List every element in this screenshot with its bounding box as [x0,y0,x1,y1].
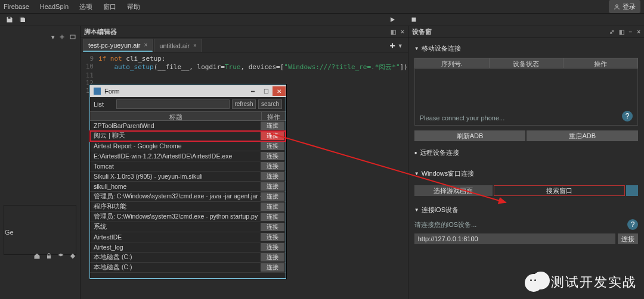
svg-rect-1 [8,17,11,19]
connect-button[interactable]: 连接 [261,162,284,170]
section-remote[interactable]: ● 远程设备连接 [414,146,638,160]
connect-button[interactable]: 连接 [261,233,284,241]
connect-button[interactable]: 连接 [261,172,284,180]
dropdown-icon[interactable]: ▾ [51,33,55,41]
list-label: List [94,101,114,108]
section-mobile[interactable]: ▼ 移动设备连接 [414,42,638,55]
list-item[interactable]: 本地磁盘 (C:) 连接 [90,263,286,273]
panel-dock-icon[interactable]: ◧ [391,29,396,35]
list-item-title: Tomcat [90,163,261,170]
section-mobile-label: 移动设备连接 [422,44,461,53]
save-icon[interactable] [6,16,13,23]
connect-button[interactable]: 连接 [261,213,284,221]
refresh-adb-button[interactable]: 刷新ADB [414,130,526,141]
maximize-icon[interactable]: ☐ [259,86,273,96]
play-icon[interactable] [389,16,396,23]
connect-button[interactable]: 连接 [261,203,284,211]
save-all-icon[interactable] [19,16,26,23]
connect-button[interactable]: 连接 [261,253,284,261]
watermark: 测试开发实战 [525,272,637,293]
panel-expand-icon[interactable]: ⤢ [609,29,614,35]
list-item[interactable]: ZPToolBarParentWnd 连接 [90,121,286,131]
svg-rect-2 [412,18,416,22]
stop-icon[interactable] [410,16,417,23]
section-windows[interactable]: ▼ Windows窗口连接 [414,167,638,180]
list-item-title: AirtestIDE [90,233,261,241]
list-item[interactable]: 程序和功能 连接 [90,202,286,212]
section-windows-label: Windows窗口连接 [422,169,475,178]
menu-headspin[interactable]: HeadSpin [40,3,69,10]
close-icon[interactable]: ✕ [273,86,286,96]
connect-button[interactable]: 连接 [261,142,284,150]
list-item[interactable]: 本地磁盘 (C:) 连接 [90,253,286,263]
list-item[interactable]: 管理员: C:\Windows\system32\cmd.exe - pytho… [90,212,286,222]
list-item[interactable]: 管理员: C:\Windows\system32\cmd.exe - java … [90,192,286,202]
refresh-button[interactable]: refresh [232,99,256,109]
list-item[interactable]: Airtest Report - Google Chrome 连接 [90,141,286,151]
dialog-titlebar[interactable]: Form ━ ☐ ✕ [90,85,286,97]
menu-options[interactable]: 选项 [79,2,92,11]
tab-untitled[interactable]: untitled.air × [154,39,202,52]
ios-hint: 请连接您的iOS设备... [414,220,624,229]
connect-button[interactable]: 连接 [261,243,284,251]
connect-button[interactable]: 连接 [261,122,284,130]
mobile-table-header: 序列号. 设备状态 操作 [414,58,638,68]
list-item-title: 本地磁盘 (C:) [90,253,261,261]
panel-close-icon[interactable]: × [401,29,404,35]
search-window-button[interactable]: 搜索窗口 [494,185,625,196]
layers-icon[interactable] [57,253,64,260]
ios-connect-button[interactable]: 连接 [618,233,638,244]
tab-test-pc-yueyun[interactable]: test-pc-yueyun.air × [83,39,153,52]
menu-window[interactable]: 窗口 [103,2,116,11]
add-icon[interactable] [58,33,66,41]
panel-close-icon[interactable]: × [637,29,640,35]
connect-button[interactable]: 连接 [261,182,284,191]
chevron-down-icon: ▼ [414,46,419,51]
connect-button[interactable]: 连接 [261,223,284,231]
select-game-button[interactable]: 选择游戏画面 [414,185,493,196]
tab-menu-icon[interactable]: ▼ [398,43,403,51]
connect-button[interactable]: 连接 [261,152,284,160]
menu-firebase[interactable]: Firebase [4,3,29,10]
list-item[interactable]: AirtestIDE 连接 [90,232,286,242]
device-panel-title: 设备窗 [412,27,432,36]
diamond-icon[interactable] [69,253,76,260]
wechat-icon [525,272,546,293]
list-item-title: ZPToolBarParentWnd [90,122,261,129]
list-item[interactable]: Sikuli X-1.0rc3 (r905) - yueyun-im.sikul… [90,172,286,182]
list-item[interactable]: 系统 连接 [90,222,286,232]
close-icon[interactable]: × [144,42,147,48]
list-item[interactable]: sikuli_home 连接 [90,182,286,192]
section-ios-label: 连接iOS设备 [422,205,459,214]
chevron-down-icon: ▼ [414,207,419,213]
open-icon[interactable] [69,33,76,41]
connect-button[interactable]: 连接 [261,263,284,272]
ios-url-input[interactable]: http://127.0.0.1:8100 [414,233,615,244]
help-icon[interactable]: ? [622,111,633,122]
menu-help[interactable]: 帮助 [127,2,140,11]
dialog-search-row: List refresh search [90,97,286,111]
search-button[interactable]: search [258,99,282,109]
connect-button[interactable]: 连接 [261,192,284,201]
home-icon[interactable] [33,253,41,260]
list-item[interactable]: Airtest_log 连接 [90,242,286,253]
login-button[interactable]: 登录 [609,0,640,13]
list-item[interactable]: 阅云 | 聊天 连接 [90,131,286,141]
list-item[interactable]: E:\AirtestIDE-win-1.2.12\AirtestIDE\Airt… [90,151,286,161]
minimize-icon[interactable]: ━ [246,86,259,96]
lock-icon[interactable] [45,253,52,260]
search-input[interactable] [116,99,230,109]
panel-min-icon[interactable]: – [629,29,633,35]
section-ios[interactable]: ▼ 连接iOS设备 [414,203,638,217]
left-panel: ▾ Ge [0,26,80,299]
close-icon[interactable]: × [193,42,197,49]
add-tab-icon[interactable]: + [389,41,395,51]
list-item[interactable]: Tomcat 连接 [90,161,286,172]
watermark-text: 测试开发实战 [551,273,637,291]
connect-button[interactable]: 连接 [261,132,284,140]
help-icon[interactable]: ? [627,219,638,230]
restart-adb-button[interactable]: 重启ADB [527,130,638,141]
panel-dock-icon[interactable]: ◧ [619,29,624,35]
list-item-title: 本地磁盘 (C:) [90,263,261,272]
windows-square-button[interactable] [626,185,638,196]
